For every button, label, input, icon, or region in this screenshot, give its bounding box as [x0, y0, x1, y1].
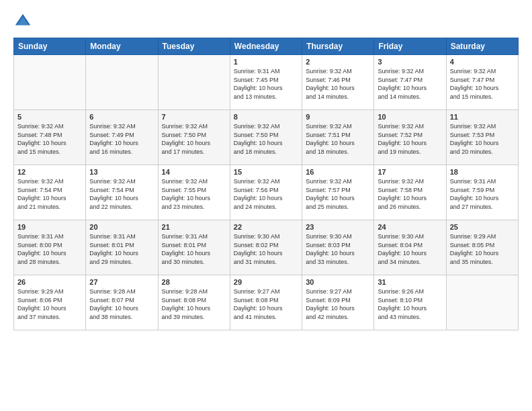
- day-number: 7: [162, 113, 226, 121]
- day-number: 27: [89, 278, 154, 286]
- day-info: Sunrise: 9:32 AMSunset: 7:49 PMDaylight:…: [89, 122, 154, 156]
- day-cell: [446, 275, 518, 330]
- day-cell: 27Sunrise: 9:28 AMSunset: 8:07 PMDayligh…: [86, 275, 158, 330]
- day-cell: 13Sunrise: 9:32 AMSunset: 7:54 PMDayligh…: [86, 165, 158, 220]
- weekday-header-friday: Friday: [374, 38, 446, 55]
- day-cell: 10Sunrise: 9:32 AMSunset: 7:52 PMDayligh…: [374, 110, 446, 165]
- weekday-header-saturday: Saturday: [446, 38, 518, 55]
- day-number: 17: [378, 168, 442, 176]
- day-cell: 26Sunrise: 9:29 AMSunset: 8:06 PMDayligh…: [14, 275, 86, 330]
- header: [13, 12, 519, 31]
- day-info: Sunrise: 9:30 AMSunset: 8:03 PMDaylight:…: [306, 232, 370, 266]
- day-number: 25: [450, 223, 515, 231]
- day-info: Sunrise: 9:27 AMSunset: 8:08 PMDaylight:…: [234, 287, 298, 321]
- weekday-header-tuesday: Tuesday: [158, 38, 230, 55]
- day-number: 30: [306, 278, 370, 286]
- day-info: Sunrise: 9:31 AMSunset: 8:01 PMDaylight:…: [89, 232, 154, 266]
- day-number: 8: [234, 113, 298, 121]
- day-number: 16: [306, 168, 370, 176]
- week-row-1: 1Sunrise: 9:31 AMSunset: 7:45 PMDaylight…: [14, 55, 519, 110]
- day-cell: 1Sunrise: 9:31 AMSunset: 7:45 PMDaylight…: [230, 55, 302, 110]
- day-info: Sunrise: 9:31 AMSunset: 7:45 PMDaylight:…: [234, 67, 298, 101]
- day-info: Sunrise: 9:26 AMSunset: 8:10 PMDaylight:…: [378, 287, 442, 321]
- day-cell: 31Sunrise: 9:26 AMSunset: 8:10 PMDayligh…: [374, 275, 446, 330]
- day-cell: [158, 55, 230, 110]
- day-info: Sunrise: 9:32 AMSunset: 7:57 PMDaylight:…: [306, 177, 370, 211]
- day-cell: 24Sunrise: 9:30 AMSunset: 8:04 PMDayligh…: [374, 220, 446, 275]
- day-cell: 28Sunrise: 9:28 AMSunset: 8:08 PMDayligh…: [158, 275, 230, 330]
- day-number: 9: [306, 113, 370, 121]
- day-number: 3: [378, 58, 442, 66]
- calendar-table: SundayMondayTuesdayWednesdayThursdayFrid…: [13, 38, 519, 330]
- day-info: Sunrise: 9:31 AMSunset: 7:59 PMDaylight:…: [450, 177, 515, 211]
- day-info: Sunrise: 9:28 AMSunset: 8:08 PMDaylight:…: [162, 287, 226, 321]
- day-info: Sunrise: 9:29 AMSunset: 8:06 PMDaylight:…: [17, 287, 82, 321]
- day-cell: 6Sunrise: 9:32 AMSunset: 7:49 PMDaylight…: [86, 110, 158, 165]
- day-number: 2: [306, 58, 370, 66]
- day-cell: 7Sunrise: 9:32 AMSunset: 7:50 PMDaylight…: [158, 110, 230, 165]
- day-number: 4: [450, 58, 515, 66]
- day-info: Sunrise: 9:29 AMSunset: 8:05 PMDaylight:…: [450, 232, 515, 266]
- day-cell: 21Sunrise: 9:31 AMSunset: 8:01 PMDayligh…: [158, 220, 230, 275]
- day-cell: 17Sunrise: 9:32 AMSunset: 7:58 PMDayligh…: [374, 165, 446, 220]
- weekday-header-wednesday: Wednesday: [230, 38, 302, 55]
- day-cell: 20Sunrise: 9:31 AMSunset: 8:01 PMDayligh…: [86, 220, 158, 275]
- day-info: Sunrise: 9:32 AMSunset: 7:50 PMDaylight:…: [234, 122, 298, 156]
- day-cell: 5Sunrise: 9:32 AMSunset: 7:48 PMDaylight…: [14, 110, 86, 165]
- day-info: Sunrise: 9:32 AMSunset: 7:50 PMDaylight:…: [162, 122, 226, 156]
- day-info: Sunrise: 9:32 AMSunset: 7:52 PMDaylight:…: [378, 122, 442, 156]
- week-row-3: 12Sunrise: 9:32 AMSunset: 7:54 PMDayligh…: [14, 165, 519, 220]
- day-cell: 9Sunrise: 9:32 AMSunset: 7:51 PMDaylight…: [302, 110, 374, 165]
- day-number: 20: [89, 223, 154, 231]
- day-number: 5: [17, 113, 82, 121]
- day-info: Sunrise: 9:32 AMSunset: 7:58 PMDaylight:…: [378, 177, 442, 211]
- day-number: 26: [17, 278, 82, 286]
- day-info: Sunrise: 9:32 AMSunset: 7:55 PMDaylight:…: [162, 177, 226, 211]
- day-cell: 18Sunrise: 9:31 AMSunset: 7:59 PMDayligh…: [446, 165, 518, 220]
- day-cell: 2Sunrise: 9:32 AMSunset: 7:46 PMDaylight…: [302, 55, 374, 110]
- day-number: 21: [162, 223, 226, 231]
- day-number: 12: [17, 168, 82, 176]
- day-cell: 14Sunrise: 9:32 AMSunset: 7:55 PMDayligh…: [158, 165, 230, 220]
- day-info: Sunrise: 9:32 AMSunset: 7:53 PMDaylight:…: [450, 122, 515, 156]
- day-info: Sunrise: 9:32 AMSunset: 7:46 PMDaylight:…: [306, 67, 370, 101]
- day-info: Sunrise: 9:32 AMSunset: 7:48 PMDaylight:…: [17, 122, 82, 156]
- day-cell: 16Sunrise: 9:32 AMSunset: 7:57 PMDayligh…: [302, 165, 374, 220]
- day-cell: [14, 55, 86, 110]
- day-number: 28: [162, 278, 226, 286]
- day-info: Sunrise: 9:32 AMSunset: 7:51 PMDaylight:…: [306, 122, 370, 156]
- day-number: 18: [450, 168, 515, 176]
- day-cell: 19Sunrise: 9:31 AMSunset: 8:00 PMDayligh…: [14, 220, 86, 275]
- week-row-4: 19Sunrise: 9:31 AMSunset: 8:00 PMDayligh…: [14, 220, 519, 275]
- day-number: 10: [378, 113, 442, 121]
- page: SundayMondayTuesdayWednesdayThursdayFrid…: [0, 0, 532, 337]
- day-info: Sunrise: 9:31 AMSunset: 8:01 PMDaylight:…: [162, 232, 226, 266]
- day-number: 15: [234, 168, 298, 176]
- day-info: Sunrise: 9:30 AMSunset: 8:04 PMDaylight:…: [378, 232, 442, 266]
- day-number: 13: [89, 168, 154, 176]
- day-cell: 11Sunrise: 9:32 AMSunset: 7:53 PMDayligh…: [446, 110, 518, 165]
- day-number: 29: [234, 278, 298, 286]
- day-cell: 4Sunrise: 9:32 AMSunset: 7:47 PMDaylight…: [446, 55, 518, 110]
- day-cell: 30Sunrise: 9:27 AMSunset: 8:09 PMDayligh…: [302, 275, 374, 330]
- day-info: Sunrise: 9:32 AMSunset: 7:54 PMDaylight:…: [17, 177, 82, 211]
- day-number: 23: [306, 223, 370, 231]
- day-cell: 15Sunrise: 9:32 AMSunset: 7:56 PMDayligh…: [230, 165, 302, 220]
- day-info: Sunrise: 9:32 AMSunset: 7:47 PMDaylight:…: [378, 67, 442, 101]
- day-info: Sunrise: 9:27 AMSunset: 8:09 PMDaylight:…: [306, 287, 370, 321]
- day-number: 19: [17, 223, 82, 231]
- day-cell: 12Sunrise: 9:32 AMSunset: 7:54 PMDayligh…: [14, 165, 86, 220]
- day-cell: [86, 55, 158, 110]
- day-cell: 3Sunrise: 9:32 AMSunset: 7:47 PMDaylight…: [374, 55, 446, 110]
- week-row-5: 26Sunrise: 9:29 AMSunset: 8:06 PMDayligh…: [14, 275, 519, 330]
- day-info: Sunrise: 9:32 AMSunset: 7:54 PMDaylight:…: [89, 177, 154, 211]
- day-cell: 25Sunrise: 9:29 AMSunset: 8:05 PMDayligh…: [446, 220, 518, 275]
- weekday-header-sunday: Sunday: [14, 38, 86, 55]
- logo-icon: [13, 12, 32, 31]
- day-number: 6: [89, 113, 154, 121]
- day-info: Sunrise: 9:30 AMSunset: 8:02 PMDaylight:…: [234, 232, 298, 266]
- day-number: 1: [234, 58, 298, 66]
- day-cell: 23Sunrise: 9:30 AMSunset: 8:03 PMDayligh…: [302, 220, 374, 275]
- weekday-header-thursday: Thursday: [302, 38, 374, 55]
- day-number: 22: [234, 223, 298, 231]
